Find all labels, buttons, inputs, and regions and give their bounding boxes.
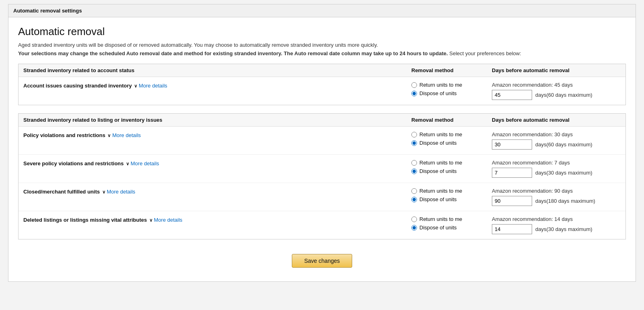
table-row: Severe policy violations and restriction… bbox=[19, 155, 625, 183]
row1-recommendation: Amazon recommendation: 45 days bbox=[492, 82, 621, 88]
row2-2-more-details[interactable]: More details bbox=[131, 160, 159, 166]
row2-1-recommendation: Amazon recommendation: 30 days bbox=[492, 131, 621, 137]
row2-1-label: Policy violations and restrictions ∨ Mor… bbox=[23, 131, 411, 138]
row2-4-radio-group: Return units to me Dispose of units bbox=[411, 216, 492, 231]
row1-days-input[interactable] bbox=[492, 90, 532, 100]
row2-1-days-max: days(60 days maximum) bbox=[535, 141, 592, 148]
row2-2-recommendation: Amazon recommendation: 7 days bbox=[492, 160, 621, 166]
section1-col3: Days before automatic removal bbox=[492, 67, 621, 73]
row2-4-days-max: days(30 days maximum) bbox=[535, 226, 592, 232]
row1-radio-return[interactable]: Return units to me bbox=[411, 82, 492, 88]
row2-4-days-input[interactable] bbox=[492, 224, 532, 234]
content-area: Automatic removal Aged stranded inventor… bbox=[8, 17, 636, 281]
chevron-icon: ∨ bbox=[149, 218, 153, 223]
row2-3-days-input[interactable] bbox=[492, 196, 532, 206]
row2-3-radio-return[interactable]: Return units to me bbox=[411, 188, 492, 194]
section1-header: Stranded inventory related to account st… bbox=[19, 64, 625, 77]
table-row: Policy violations and restrictions ∨ Mor… bbox=[19, 127, 625, 155]
row2-3-days-max: days(180 days maximum) bbox=[535, 198, 595, 204]
description-1: Aged stranded inventory units will be di… bbox=[18, 42, 626, 48]
row2-3-radio-group: Return units to me Dispose of units bbox=[411, 188, 492, 202]
section2-col1: Stranded inventory related to listing or… bbox=[23, 117, 411, 123]
row1-days-max: days(60 days maximum) bbox=[535, 92, 592, 98]
row2-4-more-details[interactable]: More details bbox=[154, 217, 182, 223]
section2-col2: Removal method bbox=[411, 117, 492, 123]
chevron-icon: ∨ bbox=[107, 133, 111, 138]
row1-days-section: Amazon recommendation: 45 days days(60 d… bbox=[492, 82, 621, 100]
row2-4-days-section: Amazon recommendation: 14 days days(30 d… bbox=[492, 216, 621, 234]
section2-header: Stranded inventory related to listing or… bbox=[19, 114, 625, 127]
description-2: Your selections may change the scheduled… bbox=[18, 50, 626, 56]
section2-col3: Days before automatic removal bbox=[492, 117, 621, 123]
row2-3-recommendation: Amazon recommendation: 90 days bbox=[492, 188, 621, 194]
description-2-bold: Your selections may change the scheduled… bbox=[18, 50, 448, 56]
row2-3-days-section: Amazon recommendation: 90 days days(180 … bbox=[492, 188, 621, 206]
row2-1-radio-group: Return units to me Dispose of units bbox=[411, 131, 492, 146]
row1-days-row: days(60 days maximum) bbox=[492, 90, 621, 100]
row1-radio-dispose[interactable]: Dispose of units bbox=[411, 90, 492, 96]
row2-2-days-max: days(30 days maximum) bbox=[535, 170, 592, 176]
chevron-icon: ∨ bbox=[126, 161, 129, 166]
page-heading: Automatic removal bbox=[18, 25, 626, 38]
row1-more-details[interactable]: More details bbox=[139, 83, 167, 89]
description-2-normal: Select your preferences below: bbox=[448, 50, 521, 56]
row2-1-radio-dispose[interactable]: Dispose of units bbox=[411, 140, 492, 146]
main-window: Automatic removal settings Automatic rem… bbox=[8, 4, 636, 282]
section-account-status: Stranded inventory related to account st… bbox=[18, 64, 626, 105]
section-listing-issues: Stranded inventory related to listing or… bbox=[18, 113, 626, 239]
title-bar: Automatic removal settings bbox=[8, 4, 636, 17]
row2-4-radio-dispose[interactable]: Dispose of units bbox=[411, 225, 492, 231]
row2-1-days-row: days(60 days maximum) bbox=[492, 139, 621, 150]
row2-2-label: Severe policy violations and restriction… bbox=[23, 160, 411, 166]
table-row: Deleted listings or listings missing vit… bbox=[19, 211, 625, 239]
row2-1-radio-return[interactable]: Return units to me bbox=[411, 131, 492, 137]
row2-1-days-input[interactable] bbox=[492, 139, 532, 150]
row2-3-radio-dispose[interactable]: Dispose of units bbox=[411, 196, 492, 202]
row2-3-label: Closed/merchant fulfilled units ∨ More d… bbox=[23, 188, 411, 195]
row2-3-more-details[interactable]: More details bbox=[107, 189, 135, 195]
row2-2-days-input[interactable] bbox=[492, 168, 532, 178]
row2-1-days-section: Amazon recommendation: 30 days days(60 d… bbox=[492, 131, 621, 150]
row1-radio-group: Return units to me Dispose of units bbox=[411, 82, 492, 96]
row2-4-days-row: days(30 days maximum) bbox=[492, 224, 621, 234]
row2-2-days-section: Amazon recommendation: 7 days days(30 da… bbox=[492, 160, 621, 178]
row2-3-days-row: days(180 days maximum) bbox=[492, 196, 621, 206]
footer: Save changes bbox=[18, 248, 626, 272]
row2-1-more-details[interactable]: More details bbox=[112, 132, 141, 138]
row2-2-days-row: days(30 days maximum) bbox=[492, 168, 621, 178]
row2-2-radio-group: Return units to me Dispose of units bbox=[411, 160, 492, 174]
row2-4-radio-return[interactable]: Return units to me bbox=[411, 216, 492, 222]
row2-2-radio-dispose[interactable]: Dispose of units bbox=[411, 168, 492, 174]
title-bar-label: Automatic removal settings bbox=[13, 8, 82, 14]
chevron-icon: ∨ bbox=[134, 83, 137, 88]
row2-4-recommendation: Amazon recommendation: 14 days bbox=[492, 216, 621, 222]
section1-col1: Stranded inventory related to account st… bbox=[23, 67, 411, 73]
row2-2-radio-return[interactable]: Return units to me bbox=[411, 160, 492, 166]
save-changes-button[interactable]: Save changes bbox=[292, 254, 353, 268]
section1-col2: Removal method bbox=[411, 67, 492, 73]
table-row: Closed/merchant fulfilled units ∨ More d… bbox=[19, 183, 625, 211]
row2-4-label: Deleted listings or listings missing vit… bbox=[23, 216, 411, 223]
chevron-icon: ∨ bbox=[102, 189, 105, 194]
row1-label: Account issues causing stranded inventor… bbox=[23, 82, 411, 89]
table-row: Account issues causing stranded inventor… bbox=[19, 77, 625, 105]
